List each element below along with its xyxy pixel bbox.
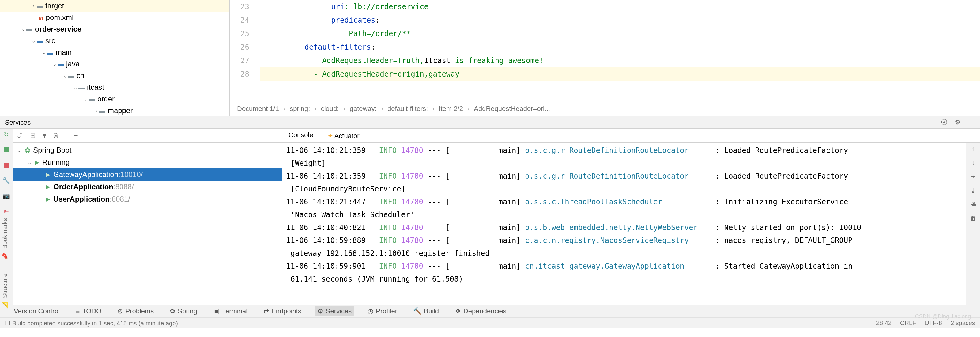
- chevron-icon[interactable]: ⌄: [20, 26, 26, 32]
- folder-icon: ▬: [37, 2, 43, 10]
- status-item[interactable]: CRLF: [900, 320, 916, 327]
- tree-row[interactable]: ›▬target: [0, 0, 229, 12]
- tree-row[interactable]: ›▬mapper: [0, 105, 229, 116]
- code-line[interactable]: uri: lb://orderservice: [260, 0, 980, 13]
- run-app[interactable]: ▶OrderApplication :8088/: [13, 181, 282, 193]
- down-arrow-icon[interactable]: ↓: [972, 159, 975, 166]
- console-line: [Weight]: [286, 157, 962, 170]
- console-output[interactable]: 11-06 14:10:21:359 INFO 14780 --- [ main…: [282, 143, 966, 305]
- chevron-icon[interactable]: ⌄: [83, 95, 89, 102]
- breadcrumb-item[interactable]: cloud:: [321, 105, 339, 113]
- exit-icon[interactable]: ⇤: [3, 208, 10, 215]
- tool-tab-dependencies[interactable]: ❖Dependencies: [452, 306, 509, 316]
- tree-row[interactable]: ⌄▬order-service: [0, 23, 229, 35]
- breadcrumb-item[interactable]: default-filters:: [387, 105, 428, 113]
- layout-icon[interactable]: ⊟: [30, 132, 35, 140]
- tool-tab-icon: ◷: [368, 307, 373, 315]
- trash-icon[interactable]: 🗑: [970, 215, 976, 222]
- gear-icon[interactable]: ⚙: [955, 119, 961, 127]
- breadcrumb[interactable]: Document 1/1›spring:›cloud:›gateway:›def…: [230, 101, 980, 116]
- tree-label: order-service: [35, 25, 81, 33]
- console-line: 11-06 14:10:40:821 INFO 14780 --- [ main…: [286, 221, 962, 234]
- tree-label: java: [66, 60, 80, 68]
- console-tabs[interactable]: Console ✦ Actuator: [282, 129, 980, 143]
- chevron-icon[interactable]: ⌄: [62, 72, 68, 79]
- code-editor[interactable]: 232425262728 uri: lb://orderservice pred…: [230, 0, 980, 116]
- tree-row[interactable]: ⌄▬java: [0, 58, 229, 70]
- run-toolbar[interactable]: ⇵ ⊟ ▾ ⎘ | +: [13, 129, 282, 143]
- code-line[interactable]: - Path=/order/**: [260, 27, 980, 40]
- chevron-icon[interactable]: ›: [93, 108, 99, 114]
- run-app[interactable]: ▶UserApplication :8081/: [13, 193, 282, 205]
- tree-label: cn: [76, 72, 84, 80]
- camera-icon[interactable]: 📷: [3, 192, 10, 199]
- filter-icon[interactable]: ▾: [43, 132, 46, 140]
- tool-tab-profiler[interactable]: ◷Profiler: [365, 306, 400, 316]
- code-line[interactable]: - AddRequestHeader=origin,gateway: [260, 67, 980, 81]
- add-icon[interactable]: +: [74, 132, 78, 140]
- breadcrumb-item[interactable]: AddRequestHeader=ori...: [474, 105, 550, 113]
- tree-row[interactable]: ⌄▬order: [0, 93, 229, 105]
- tree-row[interactable]: mpom.xml: [0, 12, 229, 23]
- console-line: 11-06 14:10:59:889 INFO 14780 --- [ main…: [286, 234, 962, 247]
- code-body[interactable]: uri: lb://orderservice predicates: - Pat…: [260, 0, 980, 101]
- status-item[interactable]: 2 spaces: [951, 320, 975, 327]
- tool-tab-services[interactable]: ⚙Services: [315, 306, 354, 316]
- tool-tab-icon: ⚙: [317, 307, 323, 315]
- run-tree[interactable]: ⌄✿Spring Boot⌄▶Running▶GatewayApplicatio…: [13, 143, 282, 305]
- breadcrumb-item[interactable]: spring:: [290, 105, 310, 113]
- breadcrumb-item[interactable]: Document 1/1: [237, 105, 279, 113]
- chevron-icon[interactable]: ›: [30, 3, 37, 9]
- run-app[interactable]: ▶GatewayApplication :10010/: [13, 168, 282, 181]
- tab-actuator[interactable]: ✦ Actuator: [326, 130, 361, 143]
- tree-row[interactable]: ⌄▬itcast: [0, 81, 229, 93]
- chevron-icon[interactable]: ⌄: [30, 37, 37, 44]
- tag-icon[interactable]: ⎘: [54, 132, 57, 140]
- tree-row[interactable]: ⌄▬cn: [0, 70, 229, 81]
- console-line: [CloudFoundryRouteService]: [286, 183, 962, 196]
- tab-console[interactable]: Console: [286, 129, 315, 143]
- code-line[interactable]: - AddRequestHeader=Truth,Itcast is freak…: [260, 54, 980, 67]
- run-group[interactable]: ⌄▶Running: [13, 156, 282, 168]
- up-arrow-icon[interactable]: ↑: [972, 145, 975, 152]
- project-tree[interactable]: ›▬targetmpom.xml⌄▬order-service⌄▬src⌄▬ma…: [0, 0, 230, 116]
- console-line: 11-06 14:10:21:359 INFO 14780 --- [ main…: [286, 144, 962, 157]
- tool-tab-terminal[interactable]: ▣Terminal: [211, 306, 250, 316]
- wrench-icon[interactable]: 🔧: [3, 177, 10, 184]
- chevron-icon[interactable]: ⌄: [72, 84, 78, 91]
- bottom-tool-tabs[interactable]: ᚶVersion Control≡TODO⊘Problems✿Spring▣Te…: [0, 305, 980, 317]
- stop-icon[interactable]: [3, 162, 10, 168]
- run-icon[interactable]: [3, 146, 10, 153]
- chevron-icon[interactable]: ⌄: [51, 60, 57, 67]
- code-line[interactable]: default-filters:: [260, 40, 980, 54]
- tree-row[interactable]: ⌄▬src: [0, 35, 229, 46]
- collapse-all-icon[interactable]: ⇵: [17, 132, 23, 140]
- tool-tab-build[interactable]: 🔨Build: [411, 306, 441, 316]
- breadcrumb-item[interactable]: gateway:: [350, 105, 377, 113]
- tool-tab-version-control[interactable]: ᚶVersion Control: [5, 306, 62, 316]
- status-item[interactable]: UTF-8: [924, 320, 942, 327]
- status-right: 28:42CRLFUTF-82 spaces: [876, 320, 975, 327]
- chevron-icon[interactable]: ⌄: [41, 49, 47, 56]
- tool-tab-endpoints[interactable]: ⇄Endpoints: [261, 306, 304, 316]
- minimize-icon[interactable]: —: [968, 119, 975, 127]
- tool-tab-todo[interactable]: ≡TODO: [73, 306, 104, 316]
- structure-tool-stripe[interactable]: 📐 Structure: [0, 270, 10, 313]
- tool-tab-problems[interactable]: ⊘Problems: [115, 306, 156, 316]
- status-item[interactable]: 28:42: [876, 320, 891, 327]
- code-line[interactable]: predicates:: [260, 13, 980, 27]
- rerun-icon[interactable]: ↻: [3, 131, 10, 138]
- tool-tab-spring[interactable]: ✿Spring: [167, 306, 200, 316]
- services-panel-header[interactable]: Services ⦿ ⚙ —: [0, 116, 980, 129]
- breadcrumb-item[interactable]: Item 2/2: [439, 105, 463, 113]
- folder-icon: ▬: [89, 95, 95, 103]
- run-root[interactable]: ⌄✿Spring Boot: [13, 144, 282, 156]
- tree-row[interactable]: ⌄▬main: [0, 46, 229, 58]
- scroll-end-icon[interactable]: ⤓: [970, 187, 976, 194]
- expand-icon[interactable]: ⦿: [941, 119, 948, 127]
- soft-wrap-icon[interactable]: ⇥: [970, 173, 976, 180]
- print-icon[interactable]: 🖶: [970, 201, 976, 208]
- status-bar: ☐ Build completed successfully in 1 sec,…: [0, 317, 980, 328]
- folder-icon: ▬: [99, 107, 105, 114]
- bookmarks-tool-stripe[interactable]: 🔖 Bookmarks: [0, 215, 10, 264]
